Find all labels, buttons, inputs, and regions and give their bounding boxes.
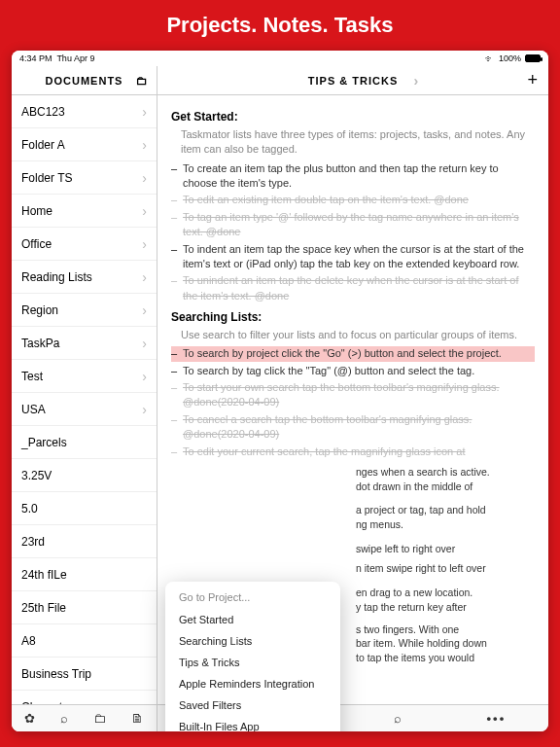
banner-title: Projects. Notes. Tasks [0,0,560,51]
sidebar-item-label: _Parcels [21,436,67,449]
task-item[interactable]: –To edit your current search, tap the ma… [171,445,535,459]
popup-item[interactable]: Get Started [165,609,340,630]
sidebar-item-label: A8 [21,634,36,648]
sidebar-item-label: Folder TS [21,171,72,185]
sidebar-item-label: 25th File [21,601,66,615]
chevron-right-icon: › [142,203,147,219]
sidebar-item[interactable]: 5.0 [12,492,157,525]
popup-item[interactable]: Apple Reminders Integration [165,673,340,694]
more-button[interactable]: ••• [487,711,507,726]
chevron-right-icon: › [142,269,147,285]
statusbar: 4:34 PM Thu Apr 9 ᯤ 100% [12,51,548,66]
bg-text: a project or tag, tap and hold [356,503,535,517]
sidebar-header: DOCUMENTS 🗀 [12,66,157,95]
task-item[interactable]: –To search by tag click the "Tag" (@) bu… [171,364,535,378]
sidebar-item[interactable]: _Parcels [12,426,157,459]
note-text[interactable]: Taskmator lists have three types of item… [181,127,535,158]
project-heading[interactable]: Get Started: [171,109,535,125]
sidebar-item-label: Test [21,370,43,383]
popup-item[interactable]: Saved Filters [165,694,340,716]
statusbar-date: Thu Apr 9 [56,53,94,63]
task-item[interactable]: –To cancel a search tap the bottom toolb… [171,412,535,443]
chevron-right-icon: › [142,369,147,384]
task-item[interactable]: –To start your own search tap the bottom… [171,380,535,410]
sidebar-item[interactable]: Business Trip [12,658,157,691]
chevron-right-icon: › [142,104,147,120]
sidebar-item[interactable]: ABC123› [12,95,157,128]
sidebar-item[interactable]: Region› [12,294,157,327]
sidebar-item[interactable]: 24th fILe [12,558,157,591]
bg-text: ng menus. [356,517,535,532]
sidebar-item[interactable]: USA› [12,393,157,426]
chevron-right-icon: › [142,236,147,252]
device-frame: 4:34 PM Thu Apr 9 ᯤ 100% DOCUMENTS 🗀 ABC… [12,51,548,731]
task-item[interactable]: –To indent an item tap the space key whe… [171,242,535,272]
popup-item[interactable]: Built-In Files App [165,716,340,731]
sidebar-item-label: 24th fILe [21,568,67,582]
sidebar-item-label: Business Trip [21,667,91,681]
doc-title: TIPS & TRICKS [308,75,398,87]
task-item[interactable]: –To search by project click the "Go" (>)… [171,346,535,361]
note-text[interactable]: Use search to filter your lists and to f… [181,328,535,342]
wifi-icon: ᯤ [485,53,495,64]
folder-add-icon[interactable]: 🗀 [93,711,106,726]
bg-text: nges when a search is active. [356,465,535,480]
popup-item[interactable]: Searching Lists [165,630,340,652]
folder-icon[interactable]: 🗀 [136,74,149,88]
bg-text: y tap the return key after [356,600,535,615]
sidebar-item-label: TaskPa [21,337,59,350]
sidebar-item[interactable]: Folder TS› [12,161,157,195]
sidebar-item[interactable]: 23rd [12,525,157,558]
bg-text: n item swipe right to left over [356,561,535,576]
sidebar-item[interactable]: TaskPa› [12,327,157,360]
task-item[interactable]: –To unindent an item tap the delete key … [171,273,535,303]
settings-icon[interactable]: ✿ [24,711,35,726]
title-dropdown-icon[interactable]: › [413,73,419,89]
bg-text: bar item. While holding down [356,636,535,651]
chevron-right-icon: › [142,137,147,153]
bg-text: dot drawn in the middle of [356,480,535,494]
sidebar-item-label: Region [21,303,58,317]
sidebar-item-label: Home [21,204,52,218]
chevron-right-icon: › [142,302,147,318]
battery-pct: 100% [499,53,521,63]
sidebar-item-label: 3.25V [21,469,52,482]
bg-text: to tap the items you would [356,651,535,665]
add-button[interactable]: + [527,70,539,90]
search-button[interactable]: ⌕ [394,711,402,726]
chevron-right-icon: › [142,402,147,417]
battery-icon [525,54,541,62]
task-item[interactable]: –To edit an existing item double tap on … [171,193,535,207]
bg-text: swipe left to right over [356,542,535,556]
sidebar-item[interactable]: Office› [12,228,157,261]
sidebar-item-label: Reading Lists [21,270,92,284]
project-heading[interactable]: Searching Lists: [171,309,535,326]
popup-item[interactable]: Tips & Tricks [165,652,340,673]
chevron-right-icon: › [142,170,147,186]
sidebar-item-label: USA [21,403,46,416]
go-to-project-popup: Go to Project... Get StartedSearching Li… [165,582,340,731]
search-icon[interactable]: ⌕ [60,711,68,726]
sidebar-item[interactable]: Home› [12,195,157,228]
file-add-icon[interactable]: 🗎 [131,711,144,726]
content-header: TIPS & TRICKS › + [158,66,548,95]
bg-text: en drag to a new location. [356,586,535,600]
sidebar-item[interactable]: 25th File [12,591,157,624]
popup-title: Go to Project... [165,587,340,609]
chevron-right-icon: › [142,336,147,351]
sidebar-item[interactable]: A8 [12,624,157,658]
sidebar-item[interactable]: 3.25V [12,459,157,492]
sidebar-item[interactable]: Test› [12,360,157,393]
sidebar-item[interactable]: Folder A› [12,128,157,161]
sidebar: DOCUMENTS 🗀 ABC123›Folder A›Folder TS›Ho… [12,66,158,731]
sidebar-item[interactable]: Reading Lists› [12,261,157,294]
sidebar-title: DOCUMENTS [46,75,123,87]
sidebar-item-label: 23rd [21,535,45,549]
task-item[interactable]: –To create an item tap the plus button a… [171,161,535,192]
task-item[interactable]: –To tag an item type '@' followed by the… [171,210,535,240]
sidebar-item-label: Folder A [21,138,65,152]
sidebar-item-label: 5.0 [21,502,38,516]
bg-text: s two fingers. With one [356,622,535,637]
sidebar-item-label: Office [21,237,52,251]
sidebar-item-label: ABC123 [21,105,65,119]
